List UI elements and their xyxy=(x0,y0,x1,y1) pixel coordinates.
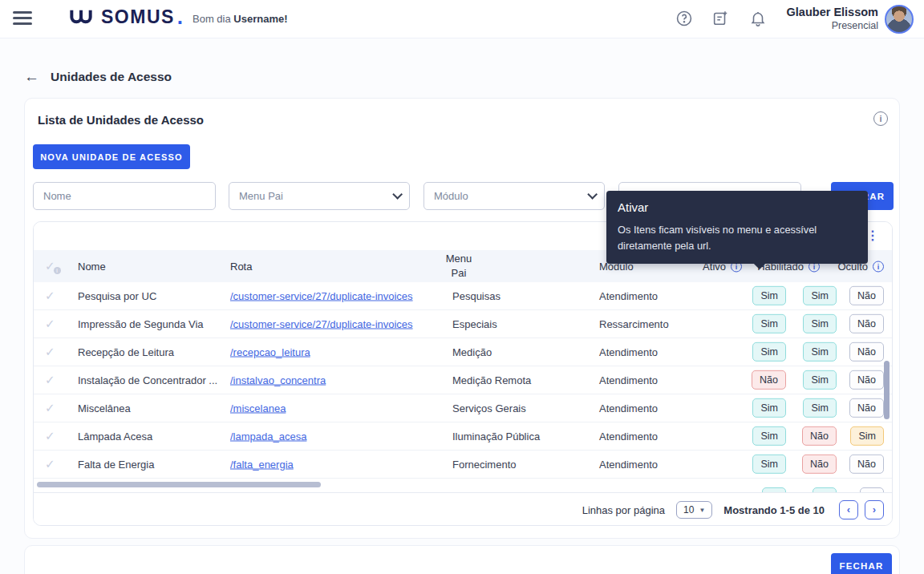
cell-modulo: Atendimento xyxy=(599,290,658,302)
cell-menu-pai: Pesquisas xyxy=(452,290,500,302)
column-header-rota: Rota xyxy=(230,261,252,273)
oculto-badge: Não xyxy=(849,455,884,474)
cell-nome: Recepção de Leitura xyxy=(78,346,174,358)
cell-nome: Pesquisa por UC xyxy=(78,290,156,302)
cell-modulo: Atendimento xyxy=(599,374,658,386)
habilitado-badge: Sim xyxy=(803,342,837,362)
cell-modulo: Atendimento xyxy=(599,402,658,414)
rows-per-page-select[interactable]: 10 ▼ xyxy=(676,501,712,519)
cell-rota-link[interactable]: /lampada_acesa xyxy=(230,430,306,443)
previous-page-button[interactable]: ‹ xyxy=(839,500,858,519)
cell-nome: Impressão de Segunda Via xyxy=(78,318,204,330)
ativo-badge: Sim xyxy=(752,286,786,305)
tooltip-body: Os Itens ficam visíveis no menu e acessí… xyxy=(618,222,857,254)
table-row: ✓ Recepção de Leitura /recepcao_leitura … xyxy=(34,338,892,366)
user-name: Glauber Elissom xyxy=(787,6,878,18)
card-title: Lista de Unidades de Acesso xyxy=(38,113,204,127)
cell-modulo: Atendimento xyxy=(599,346,658,358)
modulo-select[interactable]: Módulo xyxy=(424,182,605,210)
cell-nome: Lâmpada Acesa xyxy=(78,430,152,443)
habilitado-badge: Sim xyxy=(803,286,837,305)
row-check-icon: ✓ xyxy=(45,289,55,303)
user-block[interactable]: Glauber Elissom Presencial xyxy=(787,6,878,31)
habilitado-badge: Sim xyxy=(803,370,837,390)
greeting-text: Bom dia Username! xyxy=(192,13,288,25)
habilitado-badge: Sim xyxy=(803,314,837,333)
nome-filter-field xyxy=(33,182,216,210)
back-arrow-icon[interactable]: ← xyxy=(24,69,39,84)
caret-down-icon: ▼ xyxy=(699,507,705,514)
table-row: ✓ Instalação de Concentrador ... /instal… xyxy=(34,366,892,394)
vertical-scrollbar[interactable] xyxy=(884,361,890,419)
help-icon[interactable] xyxy=(675,10,693,27)
notifications-bell-icon[interactable] xyxy=(749,10,767,27)
column-header-nome: Nome xyxy=(78,261,106,273)
row-check-icon: ✓ xyxy=(45,429,55,443)
card-info-icon[interactable]: i xyxy=(873,111,888,126)
table-row: ✓ Lâmpada Acesa /lampada_acesa Iluminaçã… xyxy=(34,422,892,451)
user-status: Presencial xyxy=(787,20,878,31)
table-row: ✓ Impressão de Segunda Via /customer-ser… xyxy=(34,310,892,338)
table-row: ✓ Falta de Energia /falta_energia Fornec… xyxy=(34,451,892,479)
logo-dot: . xyxy=(177,11,183,24)
table-row: ✓ Pesquisa por UC /customer-service/27/d… xyxy=(34,282,892,310)
oculto-badge: Não xyxy=(849,314,884,333)
cell-nome: Falta de Energia xyxy=(78,459,154,471)
column-header-menu-pai: Menu Pai xyxy=(427,252,491,280)
oculto-badge: Não xyxy=(849,398,884,418)
oculto-info-icon[interactable]: i xyxy=(873,261,884,272)
new-access-unit-button[interactable]: NOVA UNIDADE DE ACESSO xyxy=(33,144,190,169)
avatar[interactable] xyxy=(885,5,914,34)
cell-nome: Instalação de Concentrador ... xyxy=(78,374,217,386)
habilitado-badge: Não xyxy=(802,426,837,446)
row-check-icon: ✓ xyxy=(45,317,55,331)
cell-rota-link[interactable]: /recepcao_leitura xyxy=(230,346,310,358)
row-check-icon: ✓ xyxy=(45,345,55,359)
cell-modulo: Atendimento xyxy=(599,430,658,443)
cell-menu-pai: Medição Remota xyxy=(452,374,531,386)
logo-mark-icon xyxy=(68,9,95,26)
chevron-right-icon: › xyxy=(873,503,876,515)
next-page-button[interactable]: › xyxy=(865,500,884,519)
nome-filter-input[interactable] xyxy=(34,183,215,209)
ativo-badge: Sim xyxy=(752,426,786,446)
check-info-icon: ✓i xyxy=(45,259,55,273)
cell-rota-link[interactable]: /customer-service/27/duplicate-invoices xyxy=(230,318,413,330)
oculto-badge: Não xyxy=(849,342,884,362)
fechar-button[interactable]: FECHAR xyxy=(831,553,892,574)
chevron-down-icon xyxy=(392,189,403,200)
footer-card: FECHAR xyxy=(24,545,900,574)
column-header-check: ✓i xyxy=(45,259,55,273)
modulo-select-label: Módulo xyxy=(434,190,468,202)
cell-rota-link[interactable]: /instalvao_concentra xyxy=(230,374,326,386)
logo-text: SOMUS xyxy=(101,8,175,26)
menu-pai-select-label: Menu Pai xyxy=(239,190,283,202)
cell-menu-pai: Iluminação Pública xyxy=(452,430,540,443)
somus-logo: SOMUS . xyxy=(68,8,183,26)
oculto-badge: Não xyxy=(849,286,884,305)
ativo-badge: Sim xyxy=(752,342,786,362)
cell-menu-pai: Fornecimento xyxy=(452,459,516,471)
oculto-badge: Sim xyxy=(850,426,884,446)
cell-rota-link[interactable]: /miscelanea xyxy=(230,402,286,414)
ativo-tooltip: Ativar Os Itens ficam visíveis no menu e… xyxy=(606,191,868,264)
chevron-down-icon xyxy=(587,189,598,200)
cell-rota-link[interactable]: /customer-service/27/duplicate-invoices xyxy=(230,290,413,302)
cell-nome: Miscelânea xyxy=(78,402,131,414)
row-check-icon: ✓ xyxy=(45,401,55,415)
cell-rota-link[interactable]: /falta_energia xyxy=(230,459,294,471)
app-header: SOMUS . Bom dia Username! Glauber Elisso… xyxy=(0,0,924,38)
table-kebab-menu-icon[interactable]: ⋮ xyxy=(866,228,879,243)
new-note-icon[interactable] xyxy=(711,10,729,27)
horizontal-scrollbar[interactable] xyxy=(37,482,321,487)
menu-pai-select[interactable]: Menu Pai xyxy=(229,182,410,210)
cell-menu-pai: Medição xyxy=(452,346,492,358)
chevron-left-icon: ‹ xyxy=(847,503,850,515)
ativo-badge: Sim xyxy=(752,398,786,418)
cell-modulo: Atendimento xyxy=(599,459,658,471)
oculto-badge: Não xyxy=(849,370,884,390)
page-title: Unidades de Acesso xyxy=(51,70,172,84)
hamburger-menu-icon[interactable] xyxy=(13,11,32,26)
tooltip-title: Ativar xyxy=(618,200,857,214)
row-check-icon: ✓ xyxy=(45,457,55,471)
